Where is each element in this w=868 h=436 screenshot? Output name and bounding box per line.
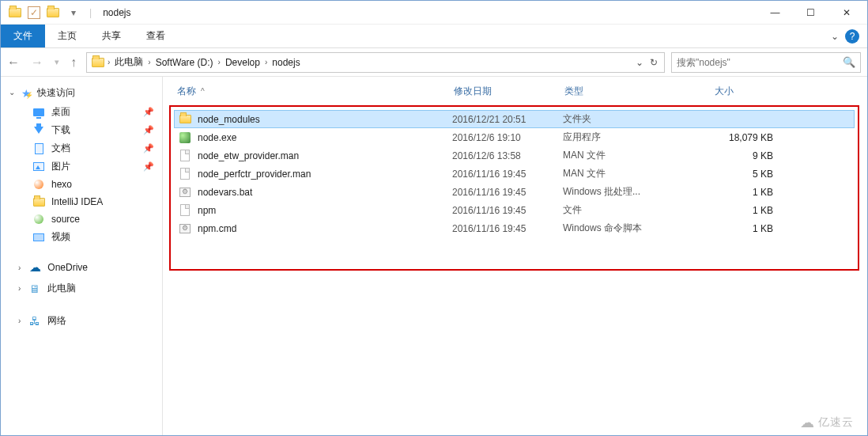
desktop-icon — [32, 106, 45, 119]
forward-button[interactable]: → — [31, 55, 43, 70]
sidebar-item-source[interactable]: source — [1, 210, 162, 228]
bat-icon — [179, 186, 191, 199]
sidebar-item-label: 此电脑 — [47, 282, 76, 295]
chevron-right-icon[interactable]: › — [218, 58, 221, 66]
table-row[interactable]: npm.cmd 2016/11/16 19:45 Windows 命令脚本 1 … — [174, 219, 855, 237]
refresh-icon[interactable]: ↻ — [650, 57, 658, 68]
chevron-right-icon[interactable]: › — [265, 58, 267, 66]
table-row[interactable]: node_perfctr_provider.man 2016/11/16 19:… — [174, 165, 855, 183]
file-name: node.exe — [198, 132, 236, 143]
document-icon — [32, 142, 45, 155]
file-name: npm — [198, 205, 216, 216]
tab-file[interactable]: 文件 — [1, 25, 45, 47]
file-type: Windows 批处理... — [563, 185, 713, 199]
file-type: 文件夹 — [563, 112, 713, 126]
address-folder-icon — [90, 55, 106, 70]
sidebar-item-label: 视频 — [51, 230, 70, 244]
nav-arrows: ← → ▾ ↑ — [7, 55, 77, 70]
dot-icon — [32, 213, 45, 226]
sidebar-onedrive[interactable]: ›☁OneDrive — [1, 257, 162, 278]
sidebar-item-videos[interactable]: 视频 — [1, 228, 162, 246]
file-name: nodevars.bat — [198, 187, 252, 198]
file-date: 2016/12/6 19:10 — [452, 132, 563, 143]
folder-icon — [7, 5, 23, 21]
sidebar-quick-access[interactable]: ⌄ ★ 快速访问 — [1, 83, 162, 103]
table-row[interactable]: node_modules 2016/12/21 20:51 文件夹 — [174, 110, 855, 128]
maximize-button[interactable]: ☐ — [793, 2, 828, 24]
col-date[interactable]: 修改日期 — [454, 85, 564, 98]
search-box[interactable]: 🔍 — [671, 52, 861, 73]
chevron-right-icon[interactable]: › — [108, 58, 110, 66]
sidebar-item-downloads[interactable]: 下载📌 — [1, 121, 162, 139]
bat-icon — [179, 222, 191, 235]
sidebar-item-intellij[interactable]: IntelliJ IDEA — [1, 193, 162, 210]
search-icon[interactable]: 🔍 — [843, 56, 855, 68]
tab-home[interactable]: 主页 — [45, 25, 89, 47]
col-name[interactable]: 名称^ — [177, 85, 454, 98]
crumb-nodejs[interactable]: nodejs — [269, 57, 303, 68]
pin-icon: 📌 — [143, 125, 154, 135]
col-type[interactable]: 类型 — [564, 85, 715, 98]
help-icon[interactable]: ? — [845, 29, 859, 44]
onedrive-icon: ☁ — [28, 261, 41, 274]
address-bar[interactable]: › 此电脑 › SoftWare (D:) › Develop › nodejs… — [86, 52, 665, 73]
crumb-drive[interactable]: SoftWare (D:) — [153, 57, 217, 68]
close-button[interactable]: ✕ — [828, 2, 864, 24]
chevron-down-icon: ⌄ — [9, 88, 15, 97]
address-dropdown-icon[interactable]: ⌄ — [636, 57, 643, 68]
window-title: nodejs — [103, 7, 130, 18]
crumb-thispc[interactable]: 此电脑 — [111, 55, 146, 69]
explorer-window: ✓ ▾ | nodejs — ☐ ✕ 文件 主页 共享 查看 ⌄ ? ← → ▾… — [0, 0, 868, 436]
sidebar-item-label: 图片 — [51, 160, 70, 173]
chevron-right-icon: › — [18, 317, 21, 325]
file-icon — [179, 168, 191, 180]
file-date: 2016/11/16 19:45 — [452, 169, 563, 180]
chevron-right-icon[interactable]: › — [148, 58, 150, 66]
table-row[interactable]: node.exe 2016/12/6 19:10 应用程序 18,079 KB — [174, 128, 855, 146]
network-icon: 🖧 — [28, 315, 41, 328]
file-size: 1 KB — [713, 187, 784, 198]
sort-asc-icon: ^ — [201, 87, 205, 96]
crumb-develop[interactable]: Develop — [222, 57, 263, 68]
sidebar-item-hexo[interactable]: hexo — [1, 176, 162, 193]
file-list: 名称^ 修改日期 类型 大小 node_modules 2016/12/21 2… — [163, 77, 867, 435]
qat-folder-icon[interactable] — [45, 5, 61, 21]
chevron-right-icon: › — [18, 284, 21, 293]
recent-locations-icon[interactable]: ▾ — [55, 57, 59, 67]
file-date: 2016/12/6 13:58 — [452, 150, 563, 161]
col-size[interactable]: 大小 — [715, 85, 786, 98]
file-size: 9 KB — [713, 150, 784, 161]
nodeexe-icon — [179, 131, 191, 144]
qat-checkbox-icon[interactable]: ✓ — [28, 6, 40, 19]
titlebar: ✓ ▾ | nodejs — ☐ ✕ — [1, 1, 867, 25]
tab-view[interactable]: 查看 — [134, 25, 178, 47]
ribbon: 文件 主页 共享 查看 ⌄ ? — [1, 25, 867, 48]
window-controls: — ☐ ✕ — [757, 2, 864, 24]
table-row[interactable]: node_etw_provider.man 2016/12/6 13:58 MA… — [174, 146, 855, 165]
nav-row: ← → ▾ ↑ › 此电脑 › SoftWare (D:) › Develop … — [1, 48, 867, 77]
ribbon-expand-icon[interactable]: ⌄ — [831, 31, 839, 42]
file-icon — [179, 204, 191, 217]
file-date: 2016/11/16 19:45 — [452, 223, 563, 234]
up-button[interactable]: ↑ — [70, 55, 77, 70]
picture-icon — [32, 161, 45, 173]
sidebar-network[interactable]: ›🖧网络 — [1, 310, 162, 332]
sidebar-item-pictures[interactable]: 图片📌 — [1, 157, 162, 176]
sidebar-item-label: 下载 — [51, 123, 70, 137]
sidebar-item-label: hexo — [51, 179, 72, 190]
file-type: MAN 文件 — [563, 149, 713, 162]
sidebar-this-pc[interactable]: ›🖥此电脑 — [1, 278, 162, 299]
back-button[interactable]: ← — [7, 55, 20, 70]
file-name: node_perfctr_provider.man — [198, 169, 311, 180]
tab-share[interactable]: 共享 — [89, 25, 134, 47]
file-size: 18,079 KB — [713, 132, 784, 143]
qat-dropdown-icon[interactable]: ▾ — [66, 5, 81, 21]
pin-icon: 📌 — [143, 143, 154, 154]
sidebar-item-desktop[interactable]: 桌面📌 — [1, 103, 162, 121]
pc-icon: 🖥 — [28, 282, 41, 295]
search-input[interactable] — [677, 57, 843, 68]
table-row[interactable]: npm 2016/11/16 19:45 文件 1 KB — [174, 201, 855, 219]
sidebar-item-documents[interactable]: 文档📌 — [1, 139, 162, 157]
table-row[interactable]: nodevars.bat 2016/11/16 19:45 Windows 批处… — [174, 183, 855, 201]
minimize-button[interactable]: — — [757, 2, 793, 24]
